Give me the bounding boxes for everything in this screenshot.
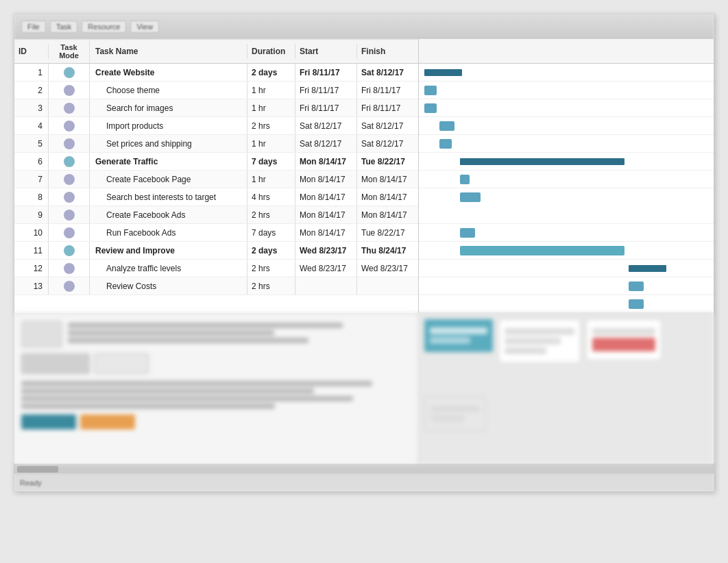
gantt-rows bbox=[419, 64, 714, 313]
gantt-bar-4 bbox=[439, 121, 454, 131]
scroll-thumb[interactable] bbox=[17, 466, 58, 473]
row-id: 1 bbox=[14, 64, 49, 81]
gantt-bar-summary-11 bbox=[629, 265, 666, 272]
table-row: 8 Search best interests to target 4 hrs … bbox=[14, 188, 418, 206]
row-finish: Mon 8/14/17 bbox=[357, 171, 419, 188]
gantt-bar-summary-1 bbox=[424, 69, 462, 76]
col-header-mode: Task Mode bbox=[49, 40, 90, 62]
row-name: Analyze traffic levels bbox=[90, 260, 247, 277]
gantt-row bbox=[419, 188, 714, 224]
table-row: 4 Import products 2 hrs Sat 8/12/17 Sat … bbox=[14, 117, 418, 135]
table-row: 9 Create Facebook Ads 2 hrs Mon 8/14/17 … bbox=[14, 206, 418, 224]
table-row: 3 Search for images 1 hr Fri 8/11/17 Fri… bbox=[14, 99, 418, 117]
toolbar-btn-2[interactable]: Task bbox=[50, 21, 78, 33]
gantt-bar-10 bbox=[460, 246, 624, 255]
gantt-bar-summary-6 bbox=[460, 158, 624, 165]
gantt-row bbox=[419, 64, 714, 82]
row-mode bbox=[49, 188, 90, 205]
col-header-start: Start bbox=[295, 44, 357, 59]
row-start: Mon 8/14/17 bbox=[295, 224, 357, 241]
row-duration: 2 hrs bbox=[247, 206, 295, 223]
row-mode bbox=[49, 99, 90, 116]
row-duration: 7 days bbox=[247, 224, 295, 241]
row-id: 9 bbox=[14, 206, 49, 223]
row-finish: Mon 8/14/17 bbox=[357, 188, 419, 205]
row-mode bbox=[49, 224, 90, 241]
row-duration: 2 hrs bbox=[247, 277, 295, 295]
row-name: Create Facebook Page bbox=[90, 171, 247, 188]
row-mode bbox=[49, 206, 90, 223]
gantt-bar-7 bbox=[460, 175, 470, 184]
row-duration: 4 hrs bbox=[247, 188, 295, 205]
gantt-row bbox=[419, 135, 714, 153]
row-mode bbox=[49, 171, 90, 188]
gantt-row bbox=[419, 82, 714, 99]
row-start: Mon 8/14/17 bbox=[295, 206, 357, 223]
row-finish: Sat 8/12/17 bbox=[357, 135, 419, 152]
bottom-blurred-section bbox=[14, 313, 714, 464]
gantt-row bbox=[419, 153, 714, 171]
col-header-finish: Finish bbox=[357, 44, 419, 59]
row-name: Review Costs bbox=[90, 277, 247, 295]
row-start: Mon 8/14/17 bbox=[295, 153, 357, 170]
row-finish bbox=[357, 277, 419, 295]
row-id: 2 bbox=[14, 82, 49, 99]
gantt-bar-13 bbox=[629, 299, 644, 309]
row-name: Set prices and shipping bbox=[90, 135, 247, 152]
row-finish: Wed 8/23/17 bbox=[357, 260, 419, 277]
gantt-bar-8 bbox=[460, 192, 481, 202]
row-start: Fri 8/11/17 bbox=[295, 64, 357, 81]
row-duration: 2 hrs bbox=[247, 260, 295, 277]
gantt-bar-9 bbox=[460, 228, 475, 238]
table-row: 7 Create Facebook Page 1 hr Mon 8/14/17 … bbox=[14, 171, 418, 188]
row-finish: Sat 8/12/17 bbox=[357, 117, 419, 134]
row-name: Create Website bbox=[90, 64, 247, 81]
gantt-row bbox=[419, 117, 714, 135]
table-row: 11 Review and Improve 2 days Wed 8/23/17… bbox=[14, 242, 418, 260]
row-start: Mon 8/14/17 bbox=[295, 171, 357, 188]
row-finish: Fri 8/11/17 bbox=[357, 82, 419, 99]
row-duration: 1 hr bbox=[247, 99, 295, 116]
row-name: Generate Traffic bbox=[90, 153, 247, 170]
col-header-duration: Duration bbox=[247, 44, 295, 59]
row-duration: 1 hr bbox=[247, 171, 295, 188]
row-id: 8 bbox=[14, 188, 49, 205]
gantt-row bbox=[419, 295, 714, 313]
task-table: ID Task Mode Task Name Duration Start Fi… bbox=[14, 39, 419, 313]
row-start: Sat 8/12/17 bbox=[295, 117, 357, 134]
row-id: 10 bbox=[14, 224, 49, 241]
row-id: 4 bbox=[14, 117, 49, 134]
row-start: Mon 8/14/17 bbox=[295, 188, 357, 205]
scroll-bar-horizontal[interactable] bbox=[14, 464, 714, 473]
row-name: Create Facebook Ads bbox=[90, 206, 247, 223]
row-mode bbox=[49, 153, 90, 170]
row-mode bbox=[49, 277, 90, 295]
table-row: 6 Generate Traffic 7 days Mon 8/14/17 Tu… bbox=[14, 153, 418, 171]
row-mode bbox=[49, 117, 90, 134]
gantt-row bbox=[419, 277, 714, 295]
toolbar-btn-3[interactable]: Resource bbox=[82, 21, 126, 33]
row-id: 7 bbox=[14, 171, 49, 188]
row-mode bbox=[49, 260, 90, 277]
row-name: Search for images bbox=[90, 99, 247, 116]
row-start: Sat 8/12/17 bbox=[295, 135, 357, 152]
table-header: ID Task Mode Task Name Duration Start Fi… bbox=[14, 39, 418, 64]
row-mode bbox=[49, 82, 90, 99]
status-bar: Ready bbox=[14, 473, 714, 491]
table-row: 2 Choose theme 1 hr Fri 8/11/17 Fri 8/11… bbox=[14, 82, 418, 99]
gantt-chart bbox=[419, 39, 714, 313]
row-start: Fri 8/11/17 bbox=[295, 99, 357, 116]
row-finish: Tue 8/22/17 bbox=[357, 224, 419, 241]
top-toolbar: File Task Resource View bbox=[14, 14, 714, 39]
status-text: Ready bbox=[20, 479, 42, 487]
row-name: Import products bbox=[90, 117, 247, 134]
toolbar-btn-1[interactable]: File bbox=[21, 21, 46, 33]
col-header-id: ID bbox=[14, 44, 49, 59]
row-name: Choose theme bbox=[90, 82, 247, 99]
row-duration: 2 days bbox=[247, 64, 295, 81]
row-duration: 2 hrs bbox=[247, 117, 295, 134]
toolbar-btn-4[interactable]: View bbox=[130, 21, 159, 33]
row-finish: Tue 8/22/17 bbox=[357, 153, 419, 170]
gantt-header bbox=[419, 39, 714, 64]
row-id: 11 bbox=[14, 242, 49, 259]
